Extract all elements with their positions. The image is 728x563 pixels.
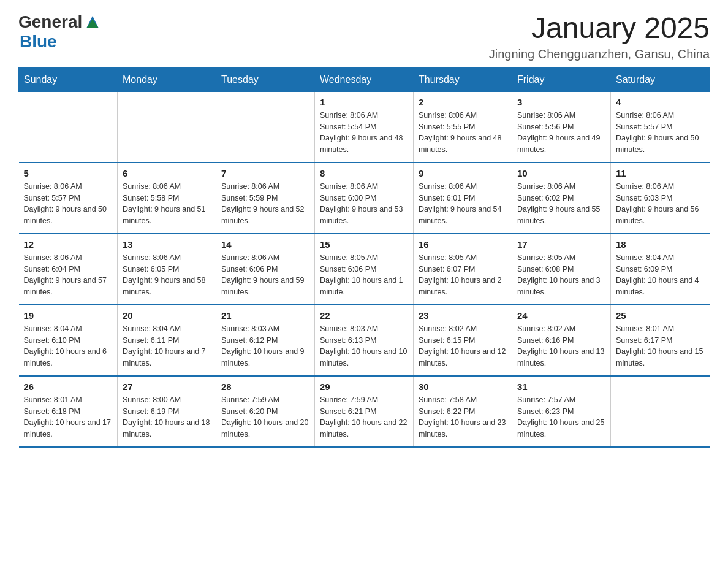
day-info: Sunrise: 8:04 AM Sunset: 6:10 PM Dayligh…	[24, 323, 113, 369]
calendar-cell: 20Sunrise: 8:04 AM Sunset: 6:11 PM Dayli…	[118, 305, 216, 376]
calendar-cell	[19, 91, 118, 163]
day-number: 24	[517, 310, 605, 321]
day-number: 28	[221, 381, 309, 392]
day-number: 6	[123, 168, 211, 178]
calendar-header-sunday: Sunday	[19, 67, 118, 91]
logo-general-text: General	[18, 12, 82, 32]
day-info: Sunrise: 8:05 AM Sunset: 6:06 PM Dayligh…	[320, 252, 408, 298]
day-number: 9	[419, 168, 507, 178]
day-info: Sunrise: 8:03 AM Sunset: 6:13 PM Dayligh…	[320, 323, 408, 369]
day-info: Sunrise: 8:04 AM Sunset: 6:09 PM Dayligh…	[616, 252, 705, 298]
day-number: 13	[123, 239, 211, 250]
calendar-cell: 27Sunrise: 8:00 AM Sunset: 6:19 PM Dayli…	[118, 376, 216, 447]
day-info: Sunrise: 8:06 AM Sunset: 6:02 PM Dayligh…	[517, 181, 605, 227]
logo-blue-text: Blue	[20, 32, 57, 52]
day-number: 19	[24, 310, 113, 321]
calendar-week-row: 12Sunrise: 8:06 AM Sunset: 6:04 PM Dayli…	[19, 234, 710, 305]
calendar-cell: 22Sunrise: 8:03 AM Sunset: 6:13 PM Dayli…	[315, 305, 414, 376]
calendar-cell: 14Sunrise: 8:06 AM Sunset: 6:06 PM Dayli…	[216, 234, 315, 305]
day-info: Sunrise: 7:59 AM Sunset: 6:20 PM Dayligh…	[221, 394, 309, 440]
calendar-cell: 1Sunrise: 8:06 AM Sunset: 5:54 PM Daylig…	[315, 91, 414, 163]
day-info: Sunrise: 8:06 AM Sunset: 5:59 PM Dayligh…	[221, 181, 309, 227]
day-number: 4	[616, 97, 705, 107]
calendar-week-row: 26Sunrise: 8:01 AM Sunset: 6:18 PM Dayli…	[19, 376, 710, 447]
day-info: Sunrise: 8:06 AM Sunset: 5:54 PM Dayligh…	[320, 110, 408, 156]
calendar-cell: 6Sunrise: 8:06 AM Sunset: 5:58 PM Daylig…	[118, 163, 216, 234]
day-number: 15	[320, 239, 408, 250]
day-number: 8	[320, 168, 408, 178]
calendar-cell: 31Sunrise: 7:57 AM Sunset: 6:23 PM Dayli…	[512, 376, 611, 447]
page-header: General Blue January 2025 Jingning Cheng…	[18, 12, 710, 61]
title-block: January 2025 Jingning Chengguanzhen, Gan…	[489, 12, 710, 61]
day-info: Sunrise: 8:02 AM Sunset: 6:15 PM Dayligh…	[419, 323, 507, 369]
day-number: 17	[517, 239, 605, 250]
day-number: 29	[320, 381, 408, 392]
day-number: 25	[616, 310, 705, 321]
calendar-cell: 17Sunrise: 8:05 AM Sunset: 6:08 PM Dayli…	[512, 234, 611, 305]
day-info: Sunrise: 8:06 AM Sunset: 6:03 PM Dayligh…	[616, 181, 705, 227]
calendar-cell: 4Sunrise: 8:06 AM Sunset: 5:57 PM Daylig…	[611, 91, 710, 163]
day-info: Sunrise: 8:06 AM Sunset: 5:56 PM Dayligh…	[517, 110, 605, 156]
day-info: Sunrise: 8:04 AM Sunset: 6:11 PM Dayligh…	[123, 323, 211, 369]
calendar-cell: 9Sunrise: 8:06 AM Sunset: 6:01 PM Daylig…	[414, 163, 512, 234]
logo: General Blue	[18, 12, 102, 52]
day-info: Sunrise: 8:03 AM Sunset: 6:12 PM Dayligh…	[221, 323, 309, 369]
day-number: 26	[24, 381, 113, 392]
day-number: 1	[320, 97, 408, 107]
calendar-cell: 16Sunrise: 8:05 AM Sunset: 6:07 PM Dayli…	[414, 234, 512, 305]
month-title: January 2025	[489, 12, 710, 45]
calendar-cell: 5Sunrise: 8:06 AM Sunset: 5:57 PM Daylig…	[19, 163, 118, 234]
day-info: Sunrise: 7:59 AM Sunset: 6:21 PM Dayligh…	[320, 394, 408, 440]
day-info: Sunrise: 8:05 AM Sunset: 6:08 PM Dayligh…	[517, 252, 605, 298]
calendar-cell	[216, 91, 315, 163]
day-info: Sunrise: 8:06 AM Sunset: 6:04 PM Dayligh…	[24, 252, 113, 298]
calendar-week-row: 19Sunrise: 8:04 AM Sunset: 6:10 PM Dayli…	[19, 305, 710, 376]
day-info: Sunrise: 8:05 AM Sunset: 6:07 PM Dayligh…	[419, 252, 507, 298]
day-number: 21	[221, 310, 309, 321]
calendar-cell: 8Sunrise: 8:06 AM Sunset: 6:00 PM Daylig…	[315, 163, 414, 234]
calendar-header-friday: Friday	[512, 67, 611, 91]
calendar-cell: 30Sunrise: 7:58 AM Sunset: 6:22 PM Dayli…	[414, 376, 512, 447]
day-number: 10	[517, 168, 605, 178]
day-number: 30	[419, 381, 507, 392]
day-number: 23	[419, 310, 507, 321]
day-info: Sunrise: 8:06 AM Sunset: 5:57 PM Dayligh…	[24, 181, 113, 227]
day-number: 5	[24, 168, 113, 178]
day-info: Sunrise: 7:58 AM Sunset: 6:22 PM Dayligh…	[419, 394, 507, 440]
calendar-cell: 11Sunrise: 8:06 AM Sunset: 6:03 PM Dayli…	[611, 163, 710, 234]
day-info: Sunrise: 8:06 AM Sunset: 6:01 PM Dayligh…	[419, 181, 507, 227]
day-number: 20	[123, 310, 211, 321]
day-info: Sunrise: 8:01 AM Sunset: 6:18 PM Dayligh…	[24, 394, 113, 440]
calendar-cell: 15Sunrise: 8:05 AM Sunset: 6:06 PM Dayli…	[315, 234, 414, 305]
calendar-cell: 25Sunrise: 8:01 AM Sunset: 6:17 PM Dayli…	[611, 305, 710, 376]
day-number: 16	[419, 239, 507, 250]
calendar-header-row: SundayMondayTuesdayWednesdayThursdayFrid…	[19, 67, 710, 91]
day-number: 22	[320, 310, 408, 321]
day-info: Sunrise: 8:00 AM Sunset: 6:19 PM Dayligh…	[123, 394, 211, 440]
calendar-cell: 13Sunrise: 8:06 AM Sunset: 6:05 PM Dayli…	[118, 234, 216, 305]
calendar-cell: 7Sunrise: 8:06 AM Sunset: 5:59 PM Daylig…	[216, 163, 315, 234]
day-info: Sunrise: 8:06 AM Sunset: 5:58 PM Dayligh…	[123, 181, 211, 227]
day-number: 12	[24, 239, 113, 250]
calendar-cell: 29Sunrise: 7:59 AM Sunset: 6:21 PM Dayli…	[315, 376, 414, 447]
svg-marker-1	[86, 19, 99, 28]
calendar-week-row: 5Sunrise: 8:06 AM Sunset: 5:57 PM Daylig…	[19, 163, 710, 234]
calendar-cell: 10Sunrise: 8:06 AM Sunset: 6:02 PM Dayli…	[512, 163, 611, 234]
calendar-header-tuesday: Tuesday	[216, 67, 315, 91]
day-info: Sunrise: 8:01 AM Sunset: 6:17 PM Dayligh…	[616, 323, 705, 369]
day-info: Sunrise: 8:02 AM Sunset: 6:16 PM Dayligh…	[517, 323, 605, 369]
calendar-cell: 26Sunrise: 8:01 AM Sunset: 6:18 PM Dayli…	[19, 376, 118, 447]
day-number: 7	[221, 168, 309, 178]
calendar-header-thursday: Thursday	[414, 67, 512, 91]
day-info: Sunrise: 8:06 AM Sunset: 5:57 PM Dayligh…	[616, 110, 705, 156]
calendar-header-saturday: Saturday	[611, 67, 710, 91]
day-number: 11	[616, 168, 705, 178]
day-number: 27	[123, 381, 211, 392]
calendar-cell	[118, 91, 216, 163]
location-subtitle: Jingning Chengguanzhen, Gansu, China	[489, 47, 710, 61]
day-number: 31	[517, 381, 605, 392]
calendar-cell: 12Sunrise: 8:06 AM Sunset: 6:04 PM Dayli…	[19, 234, 118, 305]
calendar-table: SundayMondayTuesdayWednesdayThursdayFrid…	[18, 67, 710, 448]
calendar-cell: 3Sunrise: 8:06 AM Sunset: 5:56 PM Daylig…	[512, 91, 611, 163]
calendar-cell	[611, 376, 710, 447]
